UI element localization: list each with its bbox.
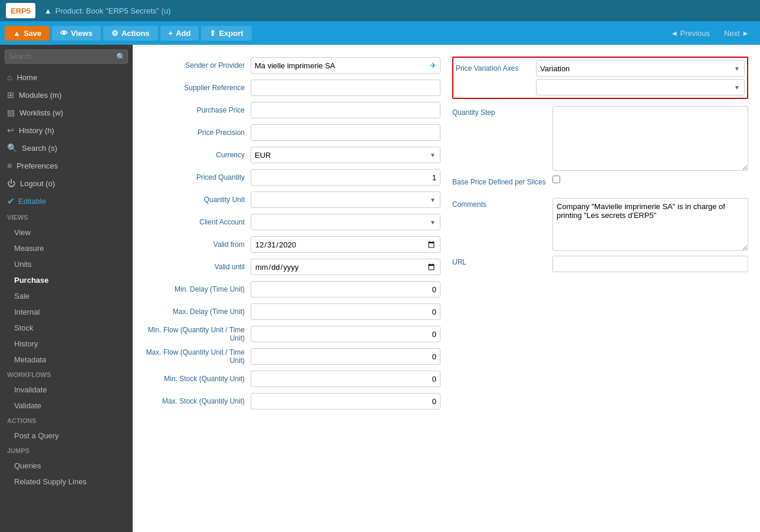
sidebar-sub-related-supply-lines[interactable]: Related Supply Lines [0,474,133,490]
valid-until-label: Valid until [144,263,251,271]
sender-row: Sender or Provider ✈ [144,57,440,74]
price-variation-row-2 [456,79,745,95]
currency-select-wrapper: EUR USD GBP [251,147,440,163]
sidebar-sub-stock[interactable]: Stock [0,320,133,336]
search-input[interactable] [5,49,128,64]
sidebar-sub-metadata[interactable]: Metadata [0,352,133,368]
sidebar-sub-validate[interactable]: Validate [0,398,133,414]
sidebar-sub-units[interactable]: Units [0,256,133,272]
add-label: Add [176,29,190,38]
logo-number: 5 [27,6,31,15]
min-delay-label: Min. Delay (Time Unit) [144,285,251,293]
right-column: Price Variation Axes Variation [452,57,748,278]
next-button[interactable]: Next ► [718,26,755,41]
valid-from-row: Valid from [144,236,440,253]
min-delay-input[interactable] [251,281,440,298]
sender-input[interactable] [251,57,440,74]
sidebar-sub-history-view[interactable]: History [0,336,133,352]
next-label: Next [724,29,740,38]
price-variation-select-wrapper-2 [536,79,745,95]
price-variation-axes-label: Price Variation Axes [456,64,532,72]
supplier-ref-label: Supplier Reference [144,84,251,92]
home-icon: ⌂ [7,72,12,82]
max-delay-row: Max. Delay (Time Unit) [144,303,440,320]
max-flow-input[interactable] [251,348,440,365]
sidebar-item-home[interactable]: ⌂ Home [0,68,133,86]
max-flow-label: Max. Flow (Quantity Unit / Time Unit) [144,348,251,365]
comments-textarea[interactable]: Company "Mavielle imprimerie SA" is in c… [552,198,748,251]
sidebar-item-logout[interactable]: ⏻ Logout (o) [0,174,133,192]
workflows-section-label: WORKFLOWS [0,368,133,382]
min-stock-row: Min. Stock (Quantity Unit) [144,370,440,388]
qty-unit-row: Quantity Unit [144,191,440,209]
prev-arrow-icon: ◄ [670,29,678,38]
supplier-ref-row: Supplier Reference [144,79,440,97]
actions-button[interactable]: ⚙ Actions [103,26,158,41]
warning-icon: ▲ [13,29,21,38]
top-header: ERP5 ▲ Product: Book "ERP5 Secrets" (u) [0,0,760,21]
sidebar-item-worklists[interactable]: ▤ Worklists (w) [0,104,133,121]
erp5-logo: ERP5 [6,3,35,18]
search-bar: 🔍 [0,45,133,68]
previous-button[interactable]: ◄ Previous [664,26,716,41]
sidebar-item-history-label: History (h) [19,126,54,135]
price-variation-select-2[interactable] [536,79,745,95]
sidebar-sub-purchase[interactable]: Purchase [0,272,133,288]
previous-label: Previous [680,29,710,38]
sidebar-sub-measure[interactable]: Measure [0,240,133,256]
quantity-step-textarea[interactable] [552,106,748,171]
sidebar-sub-internal[interactable]: Internal [0,304,133,320]
preferences-icon: ≡ [7,161,12,170]
qty-unit-label: Quantity Unit [144,196,251,204]
qty-unit-select[interactable] [251,191,440,208]
save-label: Save [24,29,41,38]
sender-input-wrapper: ✈ [251,57,440,74]
client-account-row: Client Account [144,213,440,231]
sender-link-icon[interactable]: ✈ [430,61,437,70]
export-label: Export [219,29,243,38]
price-variation-select-wrapper-1: Variation [536,60,745,77]
url-row: URL [452,256,748,273]
valid-until-input[interactable] [251,259,440,275]
sidebar-item-history[interactable]: ↩ History (h) [0,121,133,139]
max-delay-input[interactable] [251,303,440,320]
sidebar-item-logout-label: Logout (o) [20,179,55,188]
sidebar-sub-invalidate[interactable]: Invalidate [0,382,133,398]
min-flow-input[interactable] [251,326,440,342]
search-sidebar-icon: 🔍 [7,143,17,153]
currency-row: Currency EUR USD GBP [144,146,440,164]
content-area: Sender or Provider ✈ Supplier Reference … [133,45,760,532]
min-flow-label: Min. Flow (Quantity Unit / Time Unit) [144,326,251,342]
min-stock-input[interactable] [251,371,440,387]
sidebar-item-modules[interactable]: ⊞ Modules (m) [0,86,133,104]
save-button[interactable]: ▲ Save [5,26,50,41]
priced-qty-input[interactable] [251,169,440,186]
export-button[interactable]: ⬆ Export [201,26,251,41]
max-stock-input[interactable] [251,393,440,409]
currency-select[interactable]: EUR USD GBP [251,147,440,163]
client-account-select[interactable] [251,214,440,230]
add-button[interactable]: + Add [160,26,199,41]
price-precision-label: Price Precision [144,128,251,137]
search-icon-button[interactable]: 🔍 [116,52,126,61]
sidebar-item-search[interactable]: 🔍 Search (s) [0,139,133,157]
min-flow-row: Min. Flow (Quantity Unit / Time Unit) [144,325,440,343]
purchase-price-input[interactable] [251,102,440,118]
price-variation-select-1[interactable]: Variation [536,60,745,77]
url-input[interactable] [552,256,748,272]
base-price-label: Base Price Defined per Slices [452,176,552,186]
price-precision-input[interactable] [251,124,440,141]
sidebar-sub-queries[interactable]: Queries [0,458,133,474]
views-button[interactable]: 👁 Views [52,26,101,41]
sidebar-item-home-label: Home [17,73,37,82]
sidebar-item-preferences[interactable]: ≡ Preferences [0,157,133,174]
sidebar-sub-sale[interactable]: Sale [0,288,133,304]
sidebar-sub-post-query[interactable]: Post a Query [0,428,133,444]
sidebar-sub-view[interactable]: View [0,224,133,240]
valid-from-label: Valid from [144,240,251,249]
valid-from-input[interactable] [251,236,440,253]
base-price-checkbox[interactable] [552,176,560,183]
supplier-ref-input[interactable] [251,80,440,96]
sidebar-item-search-label: Search (s) [22,144,57,153]
sidebar: 🔍 ⌂ Home ⊞ Modules (m) ▤ Worklists (w) ↩… [0,45,133,532]
